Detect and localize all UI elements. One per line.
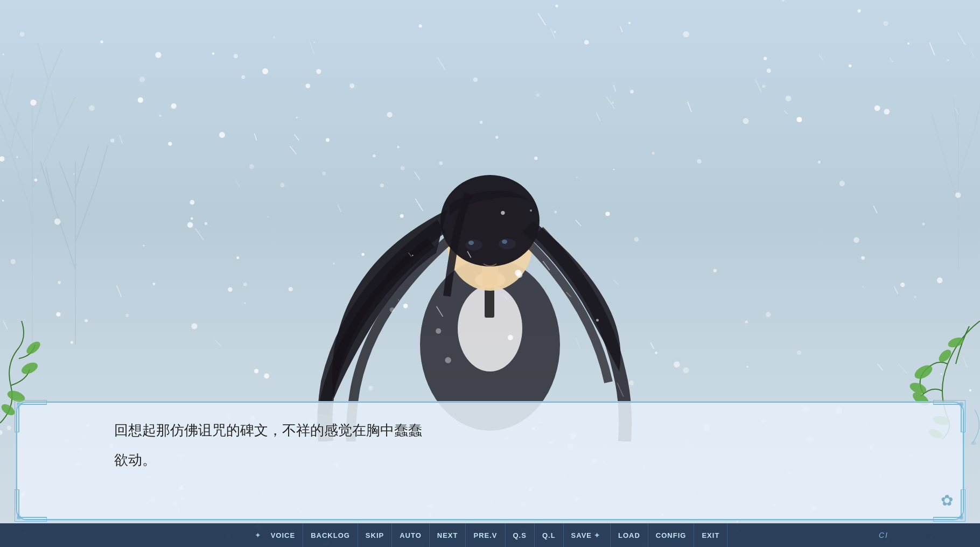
dialogue-line-1: 回想起那仿佛诅咒的碑文，不祥的感觉在胸中蠢蠢 — [114, 418, 920, 443]
toolbar-ql-button[interactable]: Q.L — [535, 523, 564, 547]
svg-line-7 — [0, 118, 11, 151]
corner-deco-tl — [15, 400, 47, 432]
svg-point-35 — [499, 239, 516, 249]
clover-icon: ✿ — [941, 492, 953, 509]
svg-line-1 — [11, 151, 32, 215]
toolbar-backlog-button[interactable]: BACKLOG — [303, 523, 358, 547]
svg-line-11 — [0, 75, 5, 108]
svg-line-4 — [32, 81, 48, 135]
svg-line-16 — [59, 162, 75, 205]
dialogue-text: 回想起那仿佛诅咒的碑文，不祥的感觉在胸中蠢蠢 欲动。 — [114, 418, 920, 473]
svg-line-19 — [46, 167, 54, 205]
svg-point-36 — [468, 241, 474, 245]
svg-point-51 — [959, 402, 963, 406]
svg-line-14 — [54, 205, 75, 269]
toolbar-load-button[interactable]: LOAD — [611, 523, 648, 547]
svg-line-20 — [97, 145, 108, 183]
corner-deco-bl — [15, 489, 47, 522]
toolbar-voice-button[interactable]: VOICE — [263, 523, 303, 547]
svg-point-46 — [20, 360, 40, 376]
tree-left — [0, 0, 151, 350]
toolbar-config-button[interactable]: CONFIG — [648, 523, 695, 547]
svg-line-15 — [75, 183, 97, 242]
tree-right — [872, 0, 980, 269]
svg-line-23 — [958, 129, 975, 178]
svg-line-22 — [942, 151, 958, 205]
toolbar-exit-button[interactable]: EXIT — [694, 523, 727, 547]
ci-watermark: CI — [879, 523, 888, 547]
svg-point-34 — [465, 240, 482, 250]
svg-line-6 — [48, 48, 62, 81]
svg-line-10 — [59, 97, 75, 129]
svg-point-47 — [24, 339, 42, 356]
corner-deco-tr — [933, 400, 965, 432]
svg-line-24 — [932, 113, 942, 151]
toolbar-qs-button[interactable]: Q.S — [506, 523, 535, 547]
toolbar-prev-button[interactable]: PRE.V — [466, 523, 505, 547]
character-sprite — [307, 0, 673, 441]
toolbar-skip-button[interactable]: SKIP — [358, 523, 392, 547]
dialogue-line-2: 欲动。 — [114, 447, 920, 473]
toolbar-separator-start: ✦ — [253, 531, 263, 539]
svg-point-53 — [959, 515, 963, 520]
svg-line-17 — [75, 145, 89, 188]
svg-point-37 — [502, 240, 507, 244]
dialogue-box[interactable]: 回想起那仿佛诅咒的碑文，不祥的感觉在胸中蠢蠢 欲动。 — [16, 402, 964, 520]
svg-line-26 — [953, 97, 958, 140]
svg-line-25 — [975, 92, 980, 129]
toolbar-auto-button[interactable]: AUTO — [392, 523, 430, 547]
svg-line-18 — [40, 162, 54, 205]
svg-line-9 — [51, 92, 59, 129]
svg-point-52 — [17, 515, 21, 520]
toolbar-next-button[interactable]: NEXT — [430, 523, 466, 547]
toolbar: ✦ VOICE BACKLOG SKIP AUTO NEXT PRE.V Q.S… — [0, 523, 980, 547]
toolbar-save-button[interactable]: SAVE ✦ — [564, 523, 611, 547]
svg-line-3 — [5, 108, 32, 162]
svg-line-5 — [38, 43, 48, 81]
svg-point-45 — [971, 441, 976, 445]
svg-line-12 — [5, 70, 13, 108]
